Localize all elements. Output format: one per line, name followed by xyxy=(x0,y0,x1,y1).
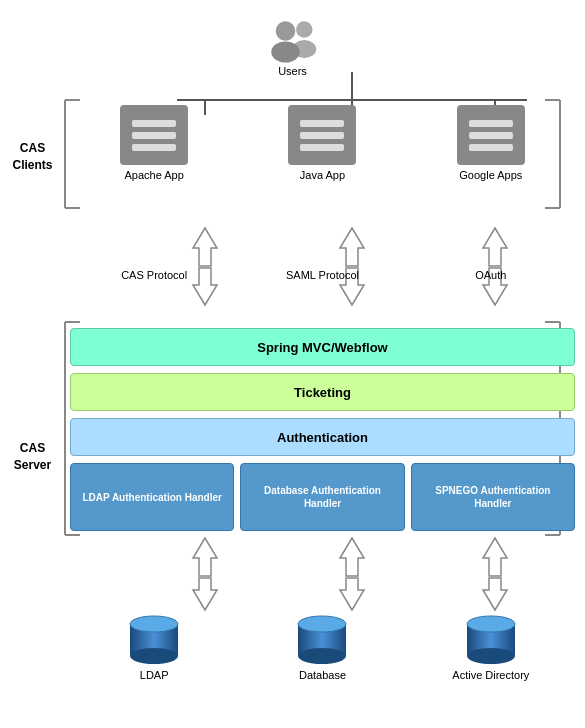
protocol-labels-row: CAS Protocol SAML Protocol OAuth xyxy=(70,268,575,282)
icon-line xyxy=(469,144,513,151)
java-app-label: Java App xyxy=(300,169,345,181)
users-label: Users xyxy=(278,65,307,77)
java-app-icon xyxy=(288,105,356,165)
icon-line xyxy=(132,144,176,151)
svg-point-17 xyxy=(296,21,313,38)
database-label: Database xyxy=(299,669,346,681)
authentication-layer: Authentication xyxy=(70,418,575,456)
database-cylinder-icon xyxy=(293,610,351,665)
icon-line xyxy=(300,120,344,127)
cas-clients-label: CAS Clients xyxy=(5,140,60,174)
apache-app-label: Apache App xyxy=(124,169,183,181)
architecture-diagram: Users CAS Clients Apache App Java App xyxy=(0,0,585,728)
saml-protocol-label: SAML Protocol xyxy=(282,268,362,282)
app-item-java: Java App xyxy=(282,105,362,181)
apache-app-icon xyxy=(120,105,188,165)
icon-line xyxy=(300,132,344,139)
icon-line xyxy=(132,120,176,127)
db-icons-row: LDAP Database xyxy=(70,610,575,681)
ldap-handler: LDAP Authentication Handler xyxy=(70,463,234,531)
spring-mvc-layer: Spring MVC/Webflow xyxy=(70,328,575,366)
svg-marker-13 xyxy=(340,538,364,576)
google-app-label: Google Apps xyxy=(459,169,522,181)
database-db-item: Database xyxy=(282,610,362,681)
ticketing-layer: Ticketing xyxy=(70,373,575,411)
active-directory-cylinder-icon xyxy=(462,610,520,665)
svg-marker-5 xyxy=(193,228,217,266)
handlers-row: LDAP Authentication Handler Database Aut… xyxy=(70,463,575,531)
svg-marker-11 xyxy=(193,538,217,576)
svg-marker-16 xyxy=(483,578,507,610)
svg-marker-12 xyxy=(193,578,217,610)
svg-marker-7 xyxy=(340,228,364,266)
users-group: Users xyxy=(263,15,323,77)
svg-point-20 xyxy=(271,42,300,63)
icon-line xyxy=(300,144,344,151)
ldap-label: LDAP xyxy=(140,669,169,681)
cas-protocol-label: CAS Protocol xyxy=(114,268,194,282)
icon-line xyxy=(469,120,513,127)
svg-point-31 xyxy=(467,648,515,664)
active-directory-label: Active Directory xyxy=(452,669,529,681)
app-item-google: Google Apps xyxy=(451,105,531,181)
spnego-handler: SPNEGO Authentication Handler xyxy=(411,463,575,531)
oauth-protocol-label: OAuth xyxy=(451,268,531,282)
icon-line xyxy=(469,132,513,139)
svg-marker-15 xyxy=(483,538,507,576)
cas-server-label: CAS Server xyxy=(5,440,60,474)
app-icons-row: Apache App Java App Google Apps xyxy=(70,105,575,181)
svg-point-27 xyxy=(298,648,346,664)
svg-marker-14 xyxy=(340,578,364,610)
svg-point-23 xyxy=(130,648,178,664)
database-handler: Database Authentication Handler xyxy=(240,463,404,531)
ldap-db-item: LDAP xyxy=(114,610,194,681)
ldap-cylinder-icon xyxy=(125,610,183,665)
icon-line xyxy=(132,132,176,139)
app-item-apache: Apache App xyxy=(114,105,194,181)
users-icon xyxy=(263,15,323,65)
svg-marker-9 xyxy=(483,228,507,266)
google-app-icon xyxy=(457,105,525,165)
svg-point-19 xyxy=(275,21,295,41)
active-directory-item: Active Directory xyxy=(451,610,531,681)
